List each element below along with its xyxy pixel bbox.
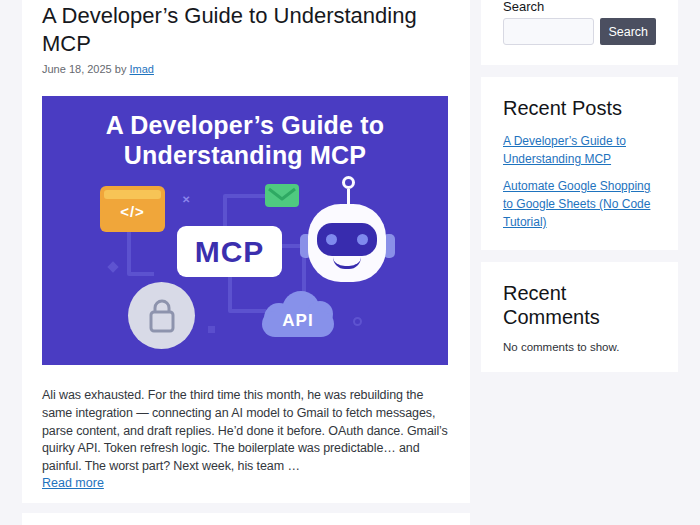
search-row: Search xyxy=(503,18,656,45)
api-cloud-icon: API xyxy=(262,289,334,337)
recent-comments-title: Recent Comments xyxy=(503,281,656,329)
author-link[interactable]: Imad xyxy=(129,63,153,75)
code-editor-icon: </> xyxy=(100,186,165,232)
ring-decoration xyxy=(353,317,362,326)
search-widget: Search Search xyxy=(481,0,678,65)
sidebar: Search Search Recent Posts A Developer’s… xyxy=(481,0,678,372)
email-icon xyxy=(265,184,299,207)
recent-posts-widget: Recent Posts A Developer’s Guide to Unde… xyxy=(481,77,678,250)
hero-title: A Developer’s Guide to Understanding MCP xyxy=(42,96,448,170)
page-layout: A Developer’s Guide to Understanding MCP… xyxy=(0,0,700,525)
post-byline: by xyxy=(115,63,127,75)
square-decoration xyxy=(208,326,215,333)
robot-icon xyxy=(308,204,386,282)
search-button[interactable]: Search xyxy=(600,18,656,45)
code-editor-titlebar xyxy=(104,190,161,199)
mcp-label: MCP xyxy=(195,235,265,269)
robot-visor xyxy=(317,223,377,256)
x-decoration: ✕ xyxy=(182,194,190,205)
robot-eye-right xyxy=(357,234,368,245)
no-comments-text: No comments to show. xyxy=(503,341,656,353)
search-input[interactable] xyxy=(503,18,594,45)
api-label: API xyxy=(262,311,334,331)
post-excerpt: Ali was exhausted. For the third time th… xyxy=(42,387,450,476)
robot-antenna-icon xyxy=(342,176,355,189)
main-column: A Developer’s Guide to Understanding MCP… xyxy=(22,0,470,525)
robot-antenna-stem xyxy=(347,189,350,205)
hero-title-line1: A Developer’s Guide to xyxy=(42,111,448,141)
post-title: A Developer’s Guide to Understanding MCP xyxy=(42,0,450,57)
recent-post-link[interactable]: A Developer’s Guide to Understanding MCP xyxy=(503,132,656,168)
post-date: June 18, 2025 xyxy=(42,63,112,75)
recent-posts-title: Recent Posts xyxy=(503,96,656,120)
next-post-card xyxy=(22,513,470,525)
post-card: A Developer’s Guide to Understanding MCP… xyxy=(22,0,470,503)
search-label: Search xyxy=(503,0,656,14)
lock-icon xyxy=(128,282,195,349)
recent-post-link[interactable]: Automate Google Shopping to Google Sheet… xyxy=(503,177,656,231)
robot-smile xyxy=(333,257,361,269)
mcp-badge: MCP xyxy=(177,226,282,277)
post-meta: June 18, 2025 by Imad xyxy=(42,63,450,75)
code-glyph: </> xyxy=(100,203,165,220)
featured-image[interactable]: A Developer’s Guide to Understanding MCP… xyxy=(42,96,448,365)
robot-eye-left xyxy=(326,234,337,245)
hero-title-line2: Understanding MCP xyxy=(42,141,448,171)
recent-comments-widget: Recent Comments No comments to show. xyxy=(481,262,678,372)
read-more-link[interactable]: Read more xyxy=(42,476,450,490)
